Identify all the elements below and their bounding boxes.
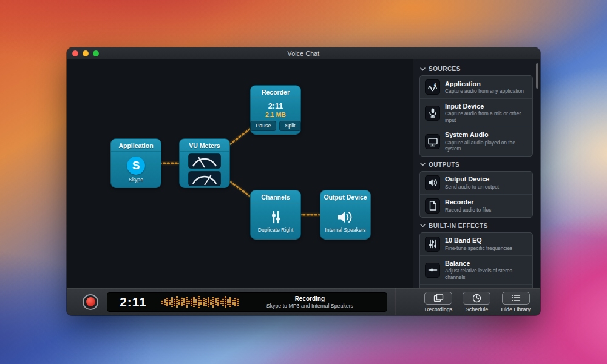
block-channels-label: Duplicate Right bbox=[258, 227, 293, 233]
item-name: Output Device bbox=[445, 175, 499, 183]
section-title: SOURCES bbox=[429, 66, 461, 72]
pipeline-canvas[interactable]: Application S Skype VU Meters bbox=[67, 59, 413, 288]
speaker-icon bbox=[336, 209, 354, 225]
waveform bbox=[161, 295, 239, 309]
item-name: Balance bbox=[445, 260, 527, 268]
block-title: VU Meters bbox=[180, 139, 229, 152]
vu-meter-icon bbox=[188, 171, 221, 186]
item-desc: Capture all audio played on the system bbox=[445, 140, 527, 152]
vu-meter-icon bbox=[188, 153, 221, 169]
chevron-down-icon bbox=[420, 163, 426, 166]
library-item-application[interactable]: A Application Capture audio from any app… bbox=[420, 76, 532, 98]
section-title: OUTPUTS bbox=[429, 161, 459, 168]
item-name: System Audio bbox=[445, 131, 527, 139]
chevron-down-icon bbox=[420, 67, 426, 71]
recorder-elapsed-time: 2:11 bbox=[268, 102, 283, 110]
library-item-balance[interactable]: Balance Adjust relative levels of stereo… bbox=[420, 255, 532, 284]
speaker-icon bbox=[425, 175, 440, 190]
recordings-button[interactable]: Recordings bbox=[424, 292, 452, 312]
channel-sliders-icon bbox=[268, 209, 283, 225]
recording-status-title: Recording bbox=[295, 295, 325, 302]
footer-divider bbox=[395, 288, 395, 315]
footer-buttons: Recordings Schedule bbox=[424, 292, 533, 312]
status-footer: 2:11 Recording Skype to MP3 and Internal… bbox=[67, 288, 540, 315]
block-title: Recorder bbox=[251, 86, 300, 98]
sidebar-scrollbar[interactable] bbox=[536, 63, 538, 89]
block-title: Channels bbox=[251, 190, 300, 203]
library-item-system-audio[interactable]: System Audio Capture all audio played on… bbox=[420, 127, 532, 155]
list-icon bbox=[511, 294, 521, 302]
block-recorder[interactable]: Recorder 2:11 2.1 MB Pause Split bbox=[250, 85, 301, 135]
effects-panel: 10 Band EQ Fine-tune specific frequencie… bbox=[419, 232, 533, 288]
library-item-recorder[interactable]: Recorder Record audio to files bbox=[420, 194, 532, 217]
item-desc: Adjust relative levels of stereo channel… bbox=[445, 268, 527, 280]
recording-status-detail: Skype to MP3 and Internal Speakers bbox=[266, 303, 353, 309]
item-desc: Record audio to files bbox=[445, 207, 491, 214]
svg-text:A: A bbox=[433, 83, 436, 87]
desktop-wallpaper: Voice Chat bbox=[0, 0, 607, 364]
recorder-file-size: 2.1 MB bbox=[265, 111, 286, 118]
library-item-bass-treble[interactable]: Bass & Treble bbox=[420, 284, 532, 288]
outputs-panel: Output Device Send audio to an output bbox=[419, 171, 533, 218]
section-title: BUILT-IN EFFECTS bbox=[429, 223, 488, 229]
equalizer-icon bbox=[425, 237, 440, 252]
item-desc: Capture audio from any application bbox=[445, 88, 524, 95]
block-app-label: Skype bbox=[129, 177, 143, 183]
recording-timer: 2:11 bbox=[120, 295, 147, 309]
block-application[interactable]: Application S Skype bbox=[110, 138, 161, 188]
split-button[interactable]: Split bbox=[279, 121, 300, 131]
item-name: 10 Band EQ bbox=[445, 237, 512, 244]
window-titlebar[interactable]: Voice Chat bbox=[67, 47, 540, 59]
record-dot-icon bbox=[86, 297, 95, 306]
app-window: Voice Chat bbox=[67, 47, 540, 315]
item-desc: Fine-tune specific frequencies bbox=[445, 245, 512, 252]
block-vu-meters[interactable]: VU Meters bbox=[179, 138, 230, 188]
library-sidebar[interactable]: SOURCES A Application Capture audio from bbox=[413, 59, 540, 288]
item-name: Input Device bbox=[445, 103, 527, 110]
display-icon bbox=[425, 134, 440, 149]
item-desc: Send audio to an output bbox=[445, 184, 499, 190]
library-item-input-device[interactable]: Input Device Capture audio from a mic or… bbox=[420, 98, 532, 127]
window-title: Voice Chat bbox=[67, 50, 540, 57]
item-desc: Capture audio from a mic or other input bbox=[445, 110, 527, 123]
item-name: Application bbox=[445, 80, 524, 88]
file-icon bbox=[425, 198, 440, 214]
library-item-10-band-eq[interactable]: 10 Band EQ Fine-tune specific frequencie… bbox=[420, 233, 532, 255]
block-title: Output Device bbox=[320, 190, 370, 203]
recordings-icon bbox=[433, 294, 444, 302]
block-channels[interactable]: Channels Duplicate Right bbox=[250, 190, 301, 240]
chevron-down-icon bbox=[420, 224, 426, 228]
microphone-icon bbox=[425, 106, 440, 121]
library-item-output-device[interactable]: Output Device Send audio to an output bbox=[420, 172, 532, 194]
item-name: Recorder bbox=[445, 198, 491, 206]
outputs-section-header[interactable]: OUTPUTS bbox=[419, 157, 533, 171]
effects-section-header[interactable]: BUILT-IN EFFECTS bbox=[419, 218, 533, 232]
skype-icon: S bbox=[127, 157, 145, 175]
balance-slider-icon bbox=[425, 263, 440, 278]
block-output-device[interactable]: Output Device Internal Speakers bbox=[320, 190, 371, 240]
clock-icon bbox=[472, 294, 481, 303]
pause-button[interactable]: Pause bbox=[250, 121, 276, 131]
hide-library-button[interactable]: Hide Library bbox=[501, 292, 531, 312]
record-button[interactable] bbox=[83, 294, 98, 310]
sources-section-header[interactable]: SOURCES bbox=[419, 61, 533, 75]
block-title: Application bbox=[111, 139, 161, 152]
block-output-label: Internal Speakers bbox=[325, 227, 365, 233]
recording-display: 2:11 Recording Skype to MP3 and Internal… bbox=[107, 292, 387, 312]
application-icon: A bbox=[425, 79, 440, 95]
sources-panel: A Application Capture audio from any app… bbox=[419, 75, 533, 157]
schedule-button[interactable]: Schedule bbox=[463, 292, 490, 312]
